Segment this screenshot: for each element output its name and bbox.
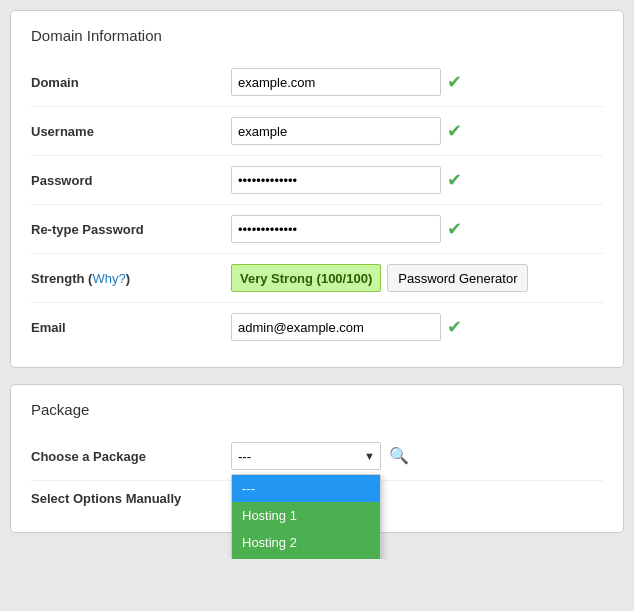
retype-password-row: Re-type Password ✔	[31, 205, 603, 254]
username-valid-icon: ✔	[447, 122, 462, 140]
select-options-label: Select Options Manually	[31, 491, 231, 506]
package-dropdown-container: --- Hosting 1 Hosting 2 Hosting 3 ▼ 🔍 --…	[231, 442, 409, 470]
dropdown-item-default[interactable]: ---	[232, 475, 380, 502]
username-control: ✔	[231, 117, 462, 145]
why-link[interactable]: Why?	[92, 271, 125, 286]
choose-package-control: --- Hosting 1 Hosting 2 Hosting 3 ▼ 🔍 --…	[231, 442, 409, 470]
email-valid-icon: ✔	[447, 318, 462, 336]
strength-label: Strength (Why?)	[31, 271, 231, 286]
dropdown-item-hosting3[interactable]: Hosting 3	[232, 556, 380, 559]
domain-label: Domain	[31, 75, 231, 90]
password-input[interactable]	[231, 166, 441, 194]
package-select-wrap: --- Hosting 1 Hosting 2 Hosting 3 ▼	[231, 442, 381, 470]
domain-valid-icon: ✔	[447, 73, 462, 91]
strength-control: Very Strong (100/100) Password Generator	[231, 264, 528, 292]
password-row: Password ✔	[31, 156, 603, 205]
domain-row: Domain ✔	[31, 58, 603, 107]
password-label: Password	[31, 173, 231, 188]
dropdown-item-hosting2[interactable]: Hosting 2	[232, 529, 380, 556]
email-label: Email	[31, 320, 231, 335]
password-control: ✔	[231, 166, 462, 194]
package-search-button[interactable]: 🔍	[389, 446, 409, 465]
domain-section-title: Domain Information	[31, 27, 603, 44]
email-control: ✔	[231, 313, 462, 341]
package-card: Package Choose a Package --- Hosting 1 H…	[10, 384, 624, 533]
domain-control: ✔	[231, 68, 462, 96]
package-dropdown-popup: --- Hosting 1 Hosting 2 Hosting 3	[231, 474, 381, 559]
retype-password-label: Re-type Password	[31, 222, 231, 237]
domain-information-card: Domain Information Domain ✔ Username ✔ P…	[10, 10, 624, 368]
choose-package-row: Choose a Package --- Hosting 1 Hosting 2…	[31, 432, 603, 481]
username-input[interactable]	[231, 117, 441, 145]
domain-input[interactable]	[231, 68, 441, 96]
username-row: Username ✔	[31, 107, 603, 156]
retype-password-valid-icon: ✔	[447, 220, 462, 238]
package-section-title: Package	[31, 401, 603, 418]
retype-password-input[interactable]	[231, 215, 441, 243]
email-input[interactable]	[231, 313, 441, 341]
retype-password-control: ✔	[231, 215, 462, 243]
choose-package-label: Choose a Package	[31, 449, 231, 464]
password-valid-icon: ✔	[447, 171, 462, 189]
package-select[interactable]: --- Hosting 1 Hosting 2 Hosting 3	[231, 442, 381, 470]
username-label: Username	[31, 124, 231, 139]
strength-row: Strength (Why?) Very Strong (100/100) Pa…	[31, 254, 603, 303]
dropdown-item-hosting1[interactable]: Hosting 1	[232, 502, 380, 529]
password-generator-button[interactable]: Password Generator	[387, 264, 528, 292]
email-row: Email ✔	[31, 303, 603, 351]
strength-value: Very Strong (100/100)	[231, 264, 381, 292]
